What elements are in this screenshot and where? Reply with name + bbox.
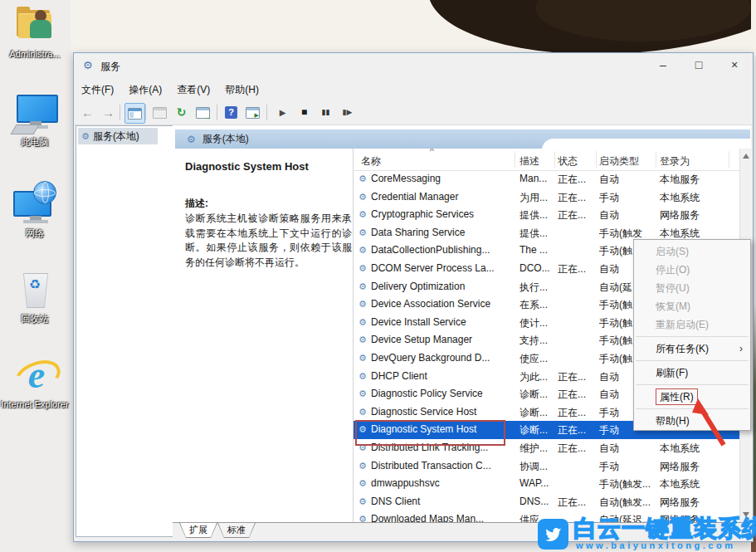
service-logon-as: 本地系统 xyxy=(660,477,736,491)
forward-icon[interactable]: → xyxy=(99,103,118,122)
service-description: 为用... xyxy=(519,191,557,205)
window-glyph xyxy=(128,108,142,120)
context-menu-item-6[interactable]: 所有任务(K)› xyxy=(634,340,750,358)
show-console-tree-icon[interactable] xyxy=(124,103,145,124)
service-name: dmwappushsvc xyxy=(371,477,517,489)
service-name: Diagnostic Service Host xyxy=(371,406,517,418)
service-name: DevQuery Background D... xyxy=(371,352,517,364)
service-gear-icon: ⚙ xyxy=(358,227,367,238)
service-status: 正在... xyxy=(558,262,597,276)
desktop-icon-label: 此电脑 xyxy=(0,137,70,148)
service-gear-icon: ⚙ xyxy=(358,371,367,382)
scroll-up-icon[interactable] xyxy=(743,154,749,159)
service-status: 正在... xyxy=(558,173,597,187)
glyph: ↻ xyxy=(177,103,187,122)
column-header-0[interactable]: 名称 xyxy=(361,154,381,169)
minimize-button[interactable]: – xyxy=(649,53,677,77)
close-button[interactable]: × xyxy=(720,53,749,77)
restart-service-icon[interactable]: ▮▶ xyxy=(338,103,357,122)
column-header-3[interactable]: 启动类型 xyxy=(599,154,639,169)
service-status: 正在... xyxy=(558,370,597,384)
column-header-2[interactable]: 状态 xyxy=(558,154,578,169)
menu-item-3[interactable]: 帮助(H) xyxy=(217,79,266,101)
column-separator xyxy=(554,151,555,168)
properties-icon[interactable] xyxy=(150,103,169,122)
column-separator xyxy=(729,151,729,168)
service-description: DNS... xyxy=(519,496,557,507)
service-gear-icon: ⚙ xyxy=(358,263,367,274)
service-row[interactable]: ⚙dmwappushsvcWAP...手动(触发...本地系统 xyxy=(354,475,739,493)
service-status: 正在... xyxy=(558,406,597,420)
service-gear-icon: ⚙ xyxy=(358,192,367,203)
service-gear-icon: ⚙ xyxy=(358,353,367,364)
column-header-1[interactable]: 描述 xyxy=(519,154,539,169)
menu-item-0[interactable]: 文件(F) xyxy=(74,79,121,101)
pause-service-icon[interactable]: ▮▮ xyxy=(316,103,335,122)
column-separator xyxy=(656,151,656,168)
service-startup-type: 自动 xyxy=(599,208,659,222)
service-gear-icon: ⚙ xyxy=(358,299,367,310)
recycle-bin-icon: ♻ xyxy=(12,270,58,311)
service-startup-type: 自动 xyxy=(599,173,659,187)
console-tree-pane: ⚙ 服务(本地) xyxy=(76,125,173,537)
service-status: 正在... xyxy=(558,423,597,437)
service-description: 支持... xyxy=(519,334,557,348)
service-gear-icon: ⚙ xyxy=(358,461,367,471)
glyph: ▶ xyxy=(280,103,286,122)
window-title: 服务 xyxy=(100,60,120,74)
service-logon-as: 本地系统 xyxy=(660,191,736,205)
toolbar-separator xyxy=(217,105,217,120)
export-list-icon[interactable] xyxy=(193,103,212,122)
menu-item-1[interactable]: 操作(A) xyxy=(121,79,169,101)
service-gear-icon: ⚙ xyxy=(358,388,367,399)
service-name: Data Sharing Service xyxy=(371,227,517,238)
column-header-4[interactable]: 登录为 xyxy=(660,154,690,169)
toolbar-separator xyxy=(145,105,146,120)
service-description: WAP... xyxy=(519,477,557,489)
desktop-icon-network[interactable]: 网络 xyxy=(0,184,70,239)
service-row[interactable]: ⚙CoreMessagingMan...正在...自动本地服务 xyxy=(354,170,739,188)
back-icon[interactable]: ← xyxy=(78,103,97,122)
submenu-arrow-icon: › xyxy=(739,340,743,358)
service-description: DCO... xyxy=(519,262,557,274)
service-startup-type: 自动 xyxy=(599,442,659,456)
service-gear-icon: ⚙ xyxy=(358,407,367,418)
menu-item-2[interactable]: 查看(V) xyxy=(169,79,217,101)
refresh-icon[interactable]: ↻ xyxy=(172,103,191,122)
watermark: 白云一键重装系统 www.baiyunxitong.com xyxy=(536,515,754,552)
service-description: 提供... xyxy=(519,227,557,241)
desktop-icon-internet-explorer[interactable]: eInternet Explorer xyxy=(0,355,70,410)
desktop-icon-recycle-bin[interactable]: ♻回收站 xyxy=(0,270,70,325)
column-separator xyxy=(596,151,597,168)
services-gear-icon: ⚙ xyxy=(81,131,90,142)
context-menu-item-2: 暂停(U) xyxy=(634,279,750,297)
help-icon[interactable]: ? xyxy=(222,103,241,122)
help-glyph: ? xyxy=(225,106,237,119)
view-tab-standard[interactable]: 标准 xyxy=(217,523,256,538)
service-row[interactable]: ⚙DNS ClientDNS...正在...自动(触发...网络服务 xyxy=(354,493,739,511)
desktop-icon-this-pc[interactable]: 此电脑 xyxy=(0,93,70,148)
service-detail-pane: Diagnostic System Host 描述: 诊断系统主机被诊断策略服务… xyxy=(175,149,353,522)
service-status: 正在... xyxy=(558,191,597,205)
service-row[interactable]: ⚙Cryptographic Services提供...正在...自动网络服务 xyxy=(354,206,739,224)
start-service-icon[interactable]: ▶ xyxy=(273,103,292,122)
maximize-button[interactable]: □ xyxy=(685,53,713,77)
service-gear-icon: ⚙ xyxy=(358,209,367,220)
annotation-redbox-service-name xyxy=(355,420,505,446)
service-row[interactable]: ⚙Credential Manager为用...正在...手动本地系统 xyxy=(354,188,739,207)
context-menu-item-0: 启动(S) xyxy=(634,242,750,261)
window-glyph xyxy=(196,107,210,119)
context-menu-item-8[interactable]: 刷新(F) xyxy=(634,364,750,382)
service-gear-icon: ⚙ xyxy=(358,514,367,522)
view-tab-extended[interactable]: 扩展 xyxy=(179,523,217,538)
title-bar[interactable]: ⚙ 服务 – □ × xyxy=(74,53,753,79)
desktop-icon-administrator-folder[interactable]: Administra... xyxy=(0,5,70,60)
glyph: ← xyxy=(81,103,94,122)
service-row[interactable]: ⚙Distributed Transaction C...协调...手动网络服务 xyxy=(354,457,739,476)
window-glyph-cap xyxy=(197,108,209,110)
tree-item-services-local[interactable]: ⚙ 服务(本地) xyxy=(78,128,158,144)
service-description: 提供... xyxy=(519,208,557,222)
stop-service-icon[interactable]: ■ xyxy=(295,103,314,122)
desktop-icon-label: 网络 xyxy=(0,228,70,239)
show-action-pane-icon[interactable] xyxy=(243,103,262,122)
